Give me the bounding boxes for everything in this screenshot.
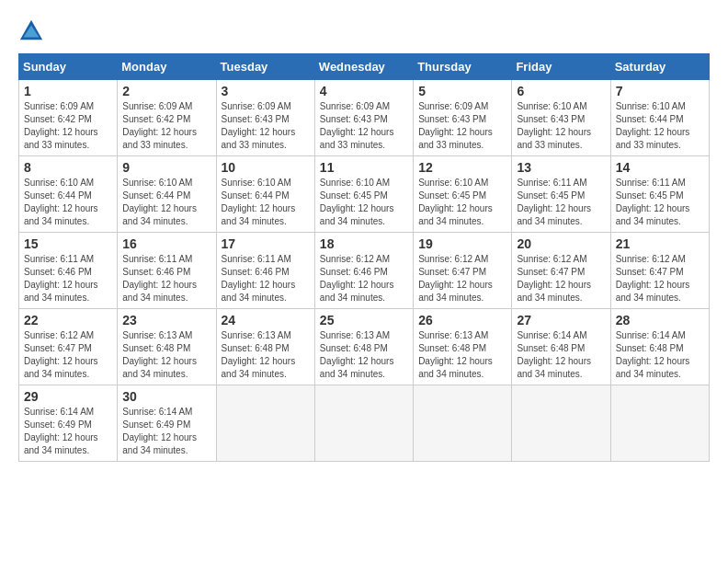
day-number: 29 bbox=[24, 389, 112, 404]
day-header-saturday: Saturday bbox=[610, 54, 709, 80]
day-info: Sunrise: 6:13 AMSunset: 6:48 PMDaylight:… bbox=[418, 330, 493, 379]
day-number: 22 bbox=[24, 313, 112, 327]
day-info: Sunrise: 6:12 AMSunset: 6:46 PMDaylight:… bbox=[320, 254, 394, 303]
calendar-cell: 18 Sunrise: 6:12 AMSunset: 6:46 PMDaylig… bbox=[314, 233, 413, 309]
day-number: 19 bbox=[418, 236, 506, 251]
logo-icon bbox=[18, 18, 44, 44]
calendar-header-row: SundayMondayTuesdayWednesdayThursdayFrid… bbox=[19, 54, 710, 80]
calendar-cell: 26 Sunrise: 6:13 AMSunset: 6:48 PMDaylig… bbox=[414, 309, 512, 385]
day-number: 13 bbox=[517, 160, 605, 175]
day-info: Sunrise: 6:11 AMSunset: 6:46 PMDaylight:… bbox=[24, 254, 98, 303]
day-number: 11 bbox=[320, 160, 408, 175]
day-number: 17 bbox=[222, 236, 310, 251]
day-info: Sunrise: 6:12 AMSunset: 6:47 PMDaylight:… bbox=[517, 254, 591, 303]
calendar-cell: 5 Sunrise: 6:09 AMSunset: 6:43 PMDayligh… bbox=[414, 80, 512, 156]
calendar-table: SundayMondayTuesdayWednesdayThursdayFrid… bbox=[18, 53, 710, 462]
calendar-week-row: 1 Sunrise: 6:09 AMSunset: 6:42 PMDayligh… bbox=[19, 80, 710, 156]
calendar-cell: 17 Sunrise: 6:11 AMSunset: 6:46 PMDaylig… bbox=[216, 233, 314, 309]
day-info: Sunrise: 6:12 AMSunset: 6:47 PMDaylight:… bbox=[24, 330, 98, 379]
day-number: 12 bbox=[418, 160, 506, 175]
calendar-cell: 8 Sunrise: 6:10 AMSunset: 6:44 PMDayligh… bbox=[19, 156, 118, 233]
logo bbox=[18, 18, 48, 44]
day-info: Sunrise: 6:13 AMSunset: 6:48 PMDaylight:… bbox=[320, 330, 394, 379]
day-info: Sunrise: 6:10 AMSunset: 6:44 PMDaylight:… bbox=[122, 178, 197, 226]
day-number: 10 bbox=[222, 160, 310, 175]
day-info: Sunrise: 6:13 AMSunset: 6:48 PMDaylight:… bbox=[122, 330, 197, 379]
day-info: Sunrise: 6:14 AMSunset: 6:49 PMDaylight:… bbox=[122, 407, 197, 455]
calendar-cell bbox=[314, 385, 413, 462]
day-info: Sunrise: 6:11 AMSunset: 6:45 PMDaylight:… bbox=[517, 178, 591, 226]
day-number: 27 bbox=[517, 313, 605, 327]
day-info: Sunrise: 6:11 AMSunset: 6:45 PMDaylight:… bbox=[616, 178, 690, 226]
day-header-monday: Monday bbox=[118, 54, 216, 80]
calendar-cell: 29 Sunrise: 6:14 AMSunset: 6:49 PMDaylig… bbox=[19, 385, 118, 462]
calendar-cell: 3 Sunrise: 6:09 AMSunset: 6:43 PMDayligh… bbox=[216, 80, 314, 156]
day-info: Sunrise: 6:09 AMSunset: 6:42 PMDaylight:… bbox=[24, 101, 98, 150]
day-number: 5 bbox=[418, 84, 506, 98]
calendar-cell: 19 Sunrise: 6:12 AMSunset: 6:47 PMDaylig… bbox=[414, 233, 512, 309]
calendar-cell: 10 Sunrise: 6:10 AMSunset: 6:44 PMDaylig… bbox=[216, 156, 314, 233]
calendar-cell bbox=[610, 385, 709, 462]
calendar-cell: 12 Sunrise: 6:10 AMSunset: 6:45 PMDaylig… bbox=[414, 156, 512, 233]
day-info: Sunrise: 6:09 AMSunset: 6:42 PMDaylight:… bbox=[122, 101, 197, 150]
day-info: Sunrise: 6:10 AMSunset: 6:45 PMDaylight:… bbox=[320, 178, 394, 226]
day-number: 18 bbox=[320, 236, 408, 251]
day-number: 2 bbox=[122, 84, 210, 98]
day-number: 25 bbox=[320, 313, 408, 327]
day-number: 23 bbox=[122, 313, 210, 327]
calendar-cell bbox=[414, 385, 512, 462]
day-info: Sunrise: 6:09 AMSunset: 6:43 PMDaylight:… bbox=[320, 101, 394, 150]
day-info: Sunrise: 6:10 AMSunset: 6:44 PMDaylight:… bbox=[222, 178, 296, 226]
day-info: Sunrise: 6:14 AMSunset: 6:48 PMDaylight:… bbox=[517, 330, 591, 379]
calendar-cell: 28 Sunrise: 6:14 AMSunset: 6:48 PMDaylig… bbox=[610, 309, 709, 385]
day-number: 20 bbox=[517, 236, 605, 251]
calendar-cell: 22 Sunrise: 6:12 AMSunset: 6:47 PMDaylig… bbox=[19, 309, 118, 385]
day-header-wednesday: Wednesday bbox=[314, 54, 413, 80]
day-header-sunday: Sunday bbox=[19, 54, 118, 80]
day-number: 24 bbox=[222, 313, 310, 327]
day-header-thursday: Thursday bbox=[414, 54, 512, 80]
day-info: Sunrise: 6:11 AMSunset: 6:46 PMDaylight:… bbox=[122, 254, 197, 303]
calendar-cell: 4 Sunrise: 6:09 AMSunset: 6:43 PMDayligh… bbox=[314, 80, 413, 156]
calendar-cell: 14 Sunrise: 6:11 AMSunset: 6:45 PMDaylig… bbox=[610, 156, 709, 233]
day-info: Sunrise: 6:10 AMSunset: 6:43 PMDaylight:… bbox=[517, 101, 591, 150]
day-number: 21 bbox=[616, 236, 704, 251]
calendar-cell: 21 Sunrise: 6:12 AMSunset: 6:47 PMDaylig… bbox=[610, 233, 709, 309]
calendar-cell: 11 Sunrise: 6:10 AMSunset: 6:45 PMDaylig… bbox=[314, 156, 413, 233]
day-number: 4 bbox=[320, 84, 408, 98]
calendar-cell: 7 Sunrise: 6:10 AMSunset: 6:44 PMDayligh… bbox=[610, 80, 709, 156]
day-info: Sunrise: 6:14 AMSunset: 6:48 PMDaylight:… bbox=[616, 330, 690, 379]
calendar-cell: 1 Sunrise: 6:09 AMSunset: 6:42 PMDayligh… bbox=[19, 80, 118, 156]
calendar-week-row: 8 Sunrise: 6:10 AMSunset: 6:44 PMDayligh… bbox=[19, 156, 710, 233]
calendar-cell bbox=[512, 385, 610, 462]
day-info: Sunrise: 6:13 AMSunset: 6:48 PMDaylight:… bbox=[222, 330, 296, 379]
day-header-tuesday: Tuesday bbox=[216, 54, 314, 80]
calendar-cell: 6 Sunrise: 6:10 AMSunset: 6:43 PMDayligh… bbox=[512, 80, 610, 156]
day-number: 6 bbox=[517, 84, 605, 98]
day-info: Sunrise: 6:11 AMSunset: 6:46 PMDaylight:… bbox=[222, 254, 296, 303]
header bbox=[18, 18, 710, 44]
day-number: 3 bbox=[222, 84, 310, 98]
calendar-cell: 13 Sunrise: 6:11 AMSunset: 6:45 PMDaylig… bbox=[512, 156, 610, 233]
day-info: Sunrise: 6:09 AMSunset: 6:43 PMDaylight:… bbox=[418, 101, 493, 150]
day-info: Sunrise: 6:12 AMSunset: 6:47 PMDaylight:… bbox=[418, 254, 493, 303]
day-number: 28 bbox=[616, 313, 704, 327]
calendar-cell: 2 Sunrise: 6:09 AMSunset: 6:42 PMDayligh… bbox=[118, 80, 216, 156]
calendar-cell bbox=[216, 385, 314, 462]
calendar-cell: 30 Sunrise: 6:14 AMSunset: 6:49 PMDaylig… bbox=[118, 385, 216, 462]
day-info: Sunrise: 6:10 AMSunset: 6:44 PMDaylight:… bbox=[24, 178, 98, 226]
day-number: 7 bbox=[616, 84, 704, 98]
calendar-cell: 27 Sunrise: 6:14 AMSunset: 6:48 PMDaylig… bbox=[512, 309, 610, 385]
calendar-week-row: 29 Sunrise: 6:14 AMSunset: 6:49 PMDaylig… bbox=[19, 385, 710, 462]
calendar-cell: 25 Sunrise: 6:13 AMSunset: 6:48 PMDaylig… bbox=[314, 309, 413, 385]
calendar-cell: 24 Sunrise: 6:13 AMSunset: 6:48 PMDaylig… bbox=[216, 309, 314, 385]
calendar-week-row: 15 Sunrise: 6:11 AMSunset: 6:46 PMDaylig… bbox=[19, 233, 710, 309]
calendar-cell: 23 Sunrise: 6:13 AMSunset: 6:48 PMDaylig… bbox=[118, 309, 216, 385]
day-info: Sunrise: 6:10 AMSunset: 6:44 PMDaylight:… bbox=[616, 101, 690, 150]
day-info: Sunrise: 6:14 AMSunset: 6:49 PMDaylight:… bbox=[24, 407, 98, 455]
day-number: 15 bbox=[24, 236, 112, 251]
calendar-cell: 20 Sunrise: 6:12 AMSunset: 6:47 PMDaylig… bbox=[512, 233, 610, 309]
day-number: 8 bbox=[24, 160, 112, 175]
calendar-cell: 9 Sunrise: 6:10 AMSunset: 6:44 PMDayligh… bbox=[118, 156, 216, 233]
day-number: 30 bbox=[122, 389, 210, 404]
